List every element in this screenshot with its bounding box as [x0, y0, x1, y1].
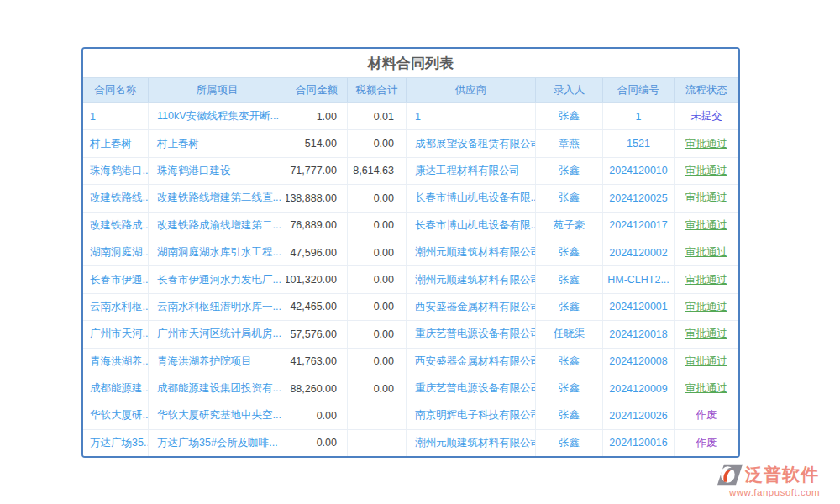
column-header-contract-code[interactable]: 合同编号 — [603, 78, 675, 102]
cell-project-link[interactable]: 村上春树 — [149, 130, 286, 156]
table-row[interactable]: 珠海鹤港口... 珠海鹤港口建设 71,777.00 8,614.63 康达工程… — [83, 158, 738, 185]
cell-contract-name[interactable]: 青海洪湖养... — [83, 349, 149, 375]
cell-tax-total — [348, 430, 407, 456]
cell-contract-code[interactable]: 2024120025 — [603, 185, 675, 211]
cell-contract-name[interactable]: 1 — [83, 103, 149, 129]
cell-supplier-link[interactable]: 重庆艺普电源设备有限公司 — [407, 321, 536, 347]
cell-contract-amount: 42,465.00 — [286, 294, 348, 320]
cell-contract-name[interactable]: 珠海鹤港口... — [83, 158, 149, 184]
table-row[interactable]: 青海洪湖养... 青海洪湖养护院项目 41,763.00 0.00 西安盛器金属… — [83, 349, 738, 375]
cell-contract-name[interactable]: 长春市伊通... — [83, 266, 149, 292]
cell-flow-status[interactable]: 审批通过 — [675, 375, 738, 402]
cell-flow-status[interactable]: 审批通过 — [675, 158, 738, 184]
cell-contract-code[interactable]: HM-CLHT2... — [603, 266, 675, 292]
table-row[interactable]: 成都能源建... 成都能源建设集团投资有... 88,260.00 0.00 重… — [83, 375, 738, 402]
cell-project-link[interactable]: 长春市伊通河水力发电厂... — [149, 266, 286, 292]
cell-contract-name[interactable]: 广州市天河... — [83, 321, 149, 347]
cell-project-link[interactable]: 珠海鹤港口建设 — [149, 158, 286, 184]
cell-contract-code[interactable]: 2024120008 — [603, 349, 675, 375]
cell-contract-code[interactable]: 2024120009 — [603, 375, 675, 402]
cell-supplier-link[interactable]: 成都展望设备租赁有限公司 — [407, 130, 536, 156]
cell-flow-status[interactable]: 作废 — [675, 402, 738, 428]
cell-tax-total: 0.00 — [348, 375, 407, 402]
cell-flow-status[interactable]: 审批通过 — [675, 294, 738, 320]
cell-supplier-link[interactable]: 南京明辉电子科技有限公司 — [407, 402, 536, 428]
cell-contract-code[interactable]: 2024120026 — [603, 402, 675, 428]
cell-supplier-link[interactable]: 康达工程材料有限公司 — [407, 158, 536, 184]
table-row[interactable]: 长春市伊通... 长春市伊通河水力发电厂... 101,320.00 0.00 … — [83, 266, 738, 293]
column-header-amount[interactable]: 合同金额 — [286, 78, 348, 102]
cell-supplier-link[interactable]: 重庆艺普电源设备有限公司 — [407, 375, 536, 402]
cell-supplier-link[interactable]: 潮州元顺建筑材料有限公司 — [407, 266, 536, 292]
cell-flow-status[interactable]: 审批通过 — [675, 266, 738, 292]
table-row[interactable]: 湖南洞庭湖... 湖南洞庭湖水库引水工程... 47,596.00 0.00 潮… — [83, 239, 738, 266]
cell-project-link[interactable]: 青海洪湖养护院项目 — [149, 349, 286, 375]
cell-entered-by: 张鑫 — [536, 266, 603, 292]
column-header-tax-total[interactable]: 税额合计 — [348, 78, 407, 102]
table-row[interactable]: 改建铁路线... 改建铁路线增建第二线直... 138,888.00 0.00 … — [83, 185, 738, 212]
cell-contract-code[interactable]: 1 — [603, 103, 675, 129]
cell-supplier-link[interactable]: 潮州元顺建筑材料有限公司 — [407, 430, 536, 456]
cell-entered-by: 张鑫 — [536, 430, 603, 456]
cell-contract-amount: 1.00 — [286, 103, 348, 129]
cell-contract-code[interactable]: 1521 — [603, 130, 675, 156]
cell-project-link[interactable]: 湖南洞庭湖水库引水工程... — [149, 239, 286, 265]
cell-project-link[interactable]: 云南水利枢纽潜明水库一... — [149, 294, 286, 320]
cell-contract-code[interactable]: 2024120001 — [603, 294, 675, 320]
cell-supplier-link[interactable]: 西安盛器金属材料有限公司 — [407, 349, 536, 375]
cell-supplier-link[interactable]: 1 — [407, 103, 536, 129]
cell-tax-total: 0.00 — [348, 349, 407, 375]
column-header-entered-by[interactable]: 录入人 — [536, 78, 603, 102]
cell-contract-code[interactable]: 2024120010 — [603, 158, 675, 184]
cell-contract-name[interactable]: 湖南洞庭湖... — [83, 239, 149, 265]
cell-tax-total: 0.00 — [348, 321, 407, 347]
cell-flow-status[interactable]: 未提交 — [675, 103, 738, 129]
page-title: 材料合同列表 — [83, 49, 738, 77]
column-header-contract-name[interactable]: 合同名称 — [83, 78, 149, 102]
cell-supplier-link[interactable]: 长春市博山机电设备有限... — [407, 213, 536, 239]
cell-project-link[interactable]: 改建铁路成渝线增建第二... — [149, 213, 286, 239]
cell-contract-code[interactable]: 2024120018 — [603, 321, 675, 347]
cell-contract-amount: 0.00 — [286, 430, 348, 456]
column-header-flow-status[interactable]: 流程状态 — [675, 78, 738, 102]
cell-entered-by: 张鑫 — [536, 402, 603, 428]
cell-project-link[interactable]: 华软大厦研究基地中央空... — [149, 402, 286, 428]
cell-contract-code[interactable]: 2024120016 — [603, 430, 675, 456]
cell-contract-name[interactable]: 成都能源建... — [83, 375, 149, 402]
cell-contract-code[interactable]: 2024120002 — [603, 239, 675, 265]
cell-contract-name[interactable]: 万达广场35... — [83, 430, 149, 456]
cell-contract-name[interactable]: 华软大厦研... — [83, 402, 149, 428]
table-row[interactable]: 改建铁路成... 改建铁路成渝线增建第二... 76,889.00 0.00 长… — [83, 213, 738, 239]
cell-flow-status[interactable]: 审批通过 — [675, 213, 738, 239]
cell-contract-name[interactable]: 村上春树 — [83, 130, 149, 156]
cell-tax-total: 0.00 — [348, 266, 407, 292]
cell-flow-status[interactable]: 审批通过 — [675, 349, 738, 375]
cell-flow-status[interactable]: 审批通过 — [675, 321, 738, 347]
table-row[interactable]: 华软大厦研... 华软大厦研究基地中央空... 0.00 南京明辉电子科技有限公… — [83, 402, 738, 429]
cell-flow-status[interactable]: 作废 — [675, 430, 738, 456]
table-row[interactable]: 1 110kV安徽线程集变开断... 1.00 0.01 1 张鑫 1 未提交 — [83, 103, 738, 130]
cell-contract-name[interactable]: 云南水利枢... — [83, 294, 149, 320]
table-row[interactable]: 广州市天河... 广州市天河区统计局机房... 57,576.00 0.00 重… — [83, 321, 738, 348]
table-row[interactable]: 云南水利枢... 云南水利枢纽潜明水库一... 42,465.00 0.00 西… — [83, 294, 738, 321]
cell-project-link[interactable]: 万达广场35#会所及咖啡... — [149, 430, 286, 456]
cell-tax-total — [348, 402, 407, 428]
cell-project-link[interactable]: 改建铁路线增建第二线直... — [149, 185, 286, 211]
cell-contract-name[interactable]: 改建铁路线... — [83, 185, 149, 211]
table-row[interactable]: 村上春树 村上春树 514.00 0.00 成都展望设备租赁有限公司 章燕 15… — [83, 130, 738, 157]
cell-supplier-link[interactable]: 长春市博山机电设备有限... — [407, 185, 536, 211]
table-row[interactable]: 万达广场35... 万达广场35#会所及咖啡... 0.00 潮州元顺建筑材料有… — [83, 430, 738, 456]
cell-contract-name[interactable]: 改建铁路成... — [83, 213, 149, 239]
cell-project-link[interactable]: 成都能源建设集团投资有... — [149, 375, 286, 402]
cell-contract-code[interactable]: 2024120017 — [603, 213, 675, 239]
cell-supplier-link[interactable]: 潮州元顺建筑材料有限公司 — [407, 239, 536, 265]
column-header-project[interactable]: 所属项目 — [149, 78, 286, 102]
cell-contract-amount: 88,260.00 — [286, 375, 348, 402]
cell-project-link[interactable]: 广州市天河区统计局机房... — [149, 321, 286, 347]
column-header-supplier[interactable]: 供应商 — [407, 78, 536, 102]
cell-project-link[interactable]: 110kV安徽线程集变开断... — [149, 103, 286, 129]
cell-supplier-link[interactable]: 西安盛器金属材料有限公司 — [407, 294, 536, 320]
cell-flow-status[interactable]: 审批通过 — [675, 239, 738, 265]
cell-flow-status[interactable]: 审批通过 — [675, 130, 738, 156]
cell-flow-status[interactable]: 审批通过 — [675, 185, 738, 211]
